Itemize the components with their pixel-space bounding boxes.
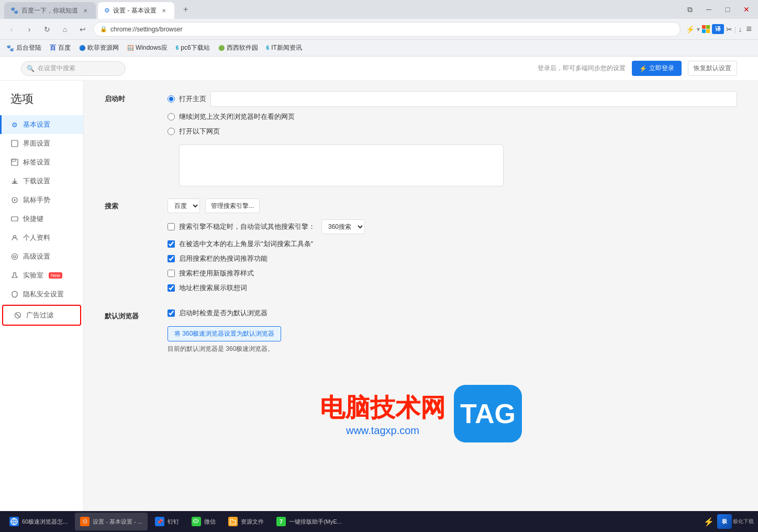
sidebar-item-adfilter[interactable]: 广告过滤: [2, 305, 81, 326]
watermark-title: 电脑技术网: [320, 391, 445, 425]
taskbar: 60极速浏览器怎... ⚙ 设置 - 基本设置 - ... 📌 钉钉 微信 资源…: [0, 511, 758, 532]
taskbar-settings-label: 设置 - 基本设置 - ...: [93, 518, 142, 526]
search-option4-row: 搜索栏使用新版推荐样式: [168, 269, 737, 278]
startup-option2-radio[interactable]: [168, 113, 175, 120]
search-engine-row: 百度 管理搜索引擎...: [168, 198, 737, 213]
minimize-button[interactable]: ─: [701, 2, 716, 17]
startup-option2-row: 继续浏览上次关闭浏览器时在看的网页: [168, 112, 737, 121]
default-browser-content: 启动时检查是否为默认浏览器 将 360极速浏览器设置为默认浏览器 目前的默认浏览…: [168, 308, 737, 353]
login-icon: ⚡: [639, 65, 647, 72]
taskbar-item-browser[interactable]: 60极速浏览器怎...: [4, 513, 73, 530]
download-icon[interactable]: ↓: [738, 25, 742, 34]
bookmark-oufeiziyuan-icon: 🔵: [79, 45, 85, 51]
taskbar-item-settings[interactable]: ⚙ 设置 - 基本设置 - ...: [75, 513, 148, 530]
manage-search-engines-button[interactable]: 管理搜索引擎...: [205, 198, 260, 213]
tab1-favicon: 🐾: [10, 7, 18, 14]
back-history-button[interactable]: ↩: [75, 22, 90, 37]
bookmark-login[interactable]: 🐾 后台登陆: [6, 43, 41, 52]
default-browser-checkbox[interactable]: [168, 309, 175, 317]
tab-baidu[interactable]: 🐾 百度一下，你就知道 ✕: [4, 2, 96, 19]
tab1-close[interactable]: ✕: [81, 6, 90, 15]
bookmark-it-news[interactable]: 6 IT新闻资讯: [266, 43, 302, 52]
address-bar: ‹ › ↻ ⌂ ↩ 🔒 chrome://settings/browser ⚡ …: [0, 19, 758, 40]
startup-option2-label: 继续浏览上次关闭浏览器时在看的网页: [179, 112, 295, 121]
translate-button[interactable]: 译: [712, 24, 724, 34]
tab2-close[interactable]: ✕: [160, 6, 168, 15]
bookmark-login-label: 后台登陆: [16, 43, 41, 52]
search-option5-checkbox[interactable]: [168, 284, 175, 292]
bookmark-baidu-label: 百度: [58, 43, 71, 52]
taskbar-item-myeditor[interactable]: 7 一键排版助手(MyE...: [271, 513, 347, 530]
lightning-icon[interactable]: ⚡: [686, 25, 695, 34]
settings-top-bar: 🔍 在设置中搜索 登录后，即可多端同步您的设置 ⚡ 立即登录 恢复默认设置: [0, 57, 758, 81]
search-option1-checkbox[interactable]: [168, 223, 175, 230]
maximize-button[interactable]: □: [720, 2, 735, 17]
pip-button[interactable]: ⧉: [683, 2, 697, 17]
sidebar-item-download[interactable]: 下载设置: [0, 172, 83, 191]
search-option4-label: 搜索栏使用新版推荐样式: [179, 269, 254, 278]
tabs-settings-icon: [10, 158, 19, 167]
bookmark-pc6-label: pc6下载站: [181, 43, 209, 52]
fallback-search-select[interactable]: 360搜索: [321, 219, 365, 234]
tab-settings[interactable]: ⚙ 设置 - 基本设置 ✕: [98, 2, 174, 19]
sidebar-item-privacy-label: 隐私安全设置: [23, 290, 64, 299]
taskbar-item-wechat[interactable]: 微信: [186, 513, 221, 530]
search-placeholder: 在设置中搜索: [38, 64, 75, 73]
startup-option1-radio[interactable]: [168, 95, 175, 103]
bookmark-windows[interactable]: 🪟 Windows应: [127, 43, 168, 52]
bookmark-pc6[interactable]: 6 pc6下载站: [176, 43, 210, 52]
privacy-settings-icon: [10, 290, 19, 298]
bookmark-xixi[interactable]: 🟢 西西软件园: [218, 43, 258, 52]
menu-icon[interactable]: ≡: [744, 24, 754, 35]
search-label: 搜索: [105, 198, 168, 211]
bookmark-windows-icon: 🪟: [127, 45, 133, 51]
home-button[interactable]: ⌂: [58, 22, 72, 37]
dropdown-icon[interactable]: ▾: [697, 26, 700, 33]
restore-defaults-button[interactable]: 恢复默认设置: [688, 61, 737, 76]
sidebar-item-ui[interactable]: 界面设置: [0, 134, 83, 153]
search-option2-checkbox[interactable]: [168, 240, 175, 248]
settings-search-bar[interactable]: 🔍 在设置中搜索: [21, 61, 126, 76]
sidebar-item-shortcut[interactable]: 快捷键: [0, 209, 83, 228]
startup-pages-textarea[interactable]: [179, 145, 504, 186]
tab2-label: 设置 - 基本设置: [113, 6, 157, 15]
taskbar-right: ⚡ 极 极化下载: [704, 514, 754, 529]
sidebar-item-privacy[interactable]: 隐私安全设置: [0, 285, 83, 304]
taskbar-item-dingding[interactable]: 📌 钉钉: [150, 513, 184, 530]
startup-url-input[interactable]: http://www.baidu.com/: [210, 91, 737, 107]
sidebar-item-basic[interactable]: ⚙ 基本设置: [0, 115, 83, 134]
new-tab-button[interactable]: +: [179, 2, 193, 17]
login-prompt-text: 登录后，即可多端同步您的设置: [538, 64, 626, 73]
taskbar-settings-icon: ⚙: [80, 517, 90, 526]
taskbar-myeditor-icon: 7: [276, 517, 286, 526]
sidebar-item-advanced-label: 高级设置: [23, 252, 50, 261]
back-button[interactable]: ‹: [4, 22, 19, 37]
default-browser-checkbox-label: 启动时检查是否为默认浏览器: [179, 308, 267, 318]
startup-option3-radio[interactable]: [168, 128, 175, 135]
new-badge: New: [49, 272, 62, 279]
bookmark-baidu-icon: 百: [50, 43, 56, 52]
taskbar-item-files[interactable]: 资源文件: [223, 513, 269, 530]
set-default-browser-button[interactable]: 将 360极速浏览器设置为默认浏览器: [168, 326, 281, 341]
sidebar-item-mouse[interactable]: 鼠标手势: [0, 191, 83, 209]
forward-button[interactable]: ›: [22, 22, 37, 37]
search-option4-checkbox[interactable]: [168, 270, 175, 277]
refresh-button[interactable]: ↻: [40, 22, 54, 37]
bookmark-xixi-label: 西西软件园: [227, 43, 258, 52]
bookmark-oufeiziyuan[interactable]: 🔵 欧菲资源网: [79, 43, 119, 52]
sidebar-item-profile[interactable]: 个人资料: [0, 228, 83, 247]
search-option3-checkbox[interactable]: [168, 255, 175, 262]
login-button-top[interactable]: ⚡ 立即登录: [632, 61, 682, 76]
search-engine-select[interactable]: 百度: [168, 198, 200, 213]
sidebar-item-lab[interactable]: 实验室 New: [0, 266, 83, 285]
sidebar-item-advanced[interactable]: 高级设置: [0, 247, 83, 266]
svg-rect-2: [12, 159, 16, 161]
close-button[interactable]: ✕: [739, 2, 754, 17]
download-settings-icon: [10, 177, 19, 185]
bookmark-baidu[interactable]: 百 百度: [50, 43, 71, 52]
sidebar-item-tabs[interactable]: 标签设置: [0, 153, 83, 172]
profile-settings-icon: [10, 234, 19, 242]
scissors-icon[interactable]: ✂: [726, 25, 732, 34]
url-bar[interactable]: 🔒 chrome://settings/browser: [93, 22, 681, 37]
address-right-controls: ⚡ ▾ 译 ✂ | ↓ ≡: [686, 24, 754, 35]
